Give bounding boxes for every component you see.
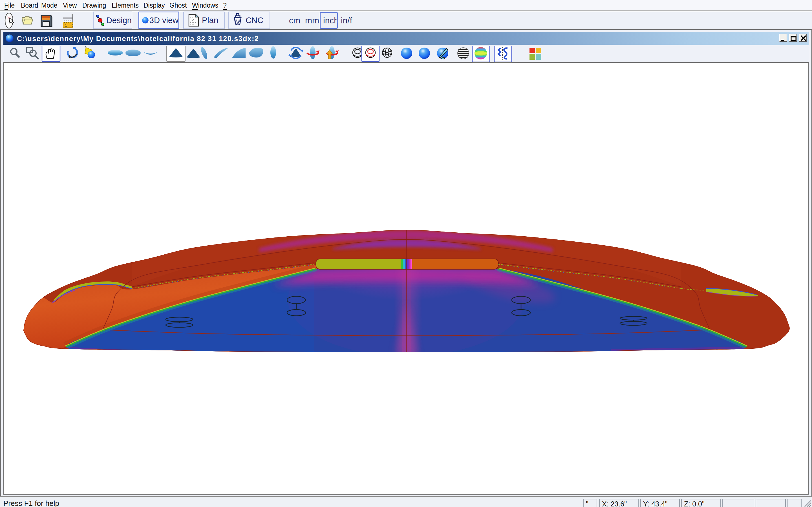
- svg-text:0: 0: [71, 23, 73, 27]
- svg-text:1: 1: [65, 23, 67, 27]
